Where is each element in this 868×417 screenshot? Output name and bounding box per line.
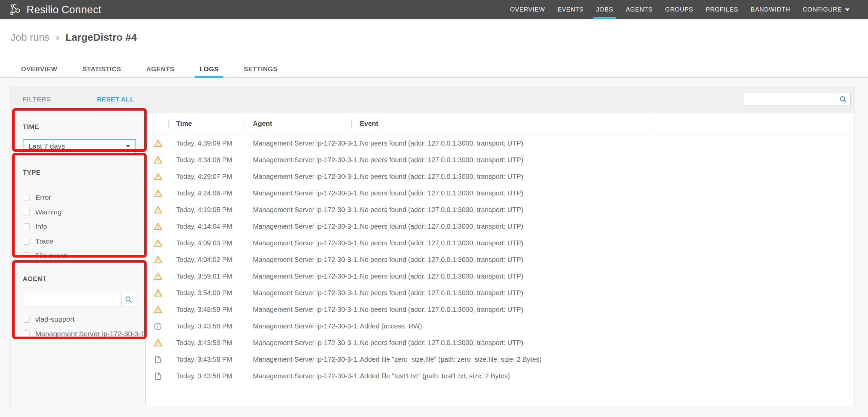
brand-logo[interactable]: ResilioConnect [9,3,101,16]
agent-filter-list: vlad-support Management Server ip-172-30… [23,312,136,341]
logs-panel: FILTERS RESET ALL TIME [11,86,854,406]
info-circle-icon [153,322,162,331]
page-header: Job runs › LargeDistro #4 OVERVIEW STATI… [0,19,868,78]
type-section-label: TYPE [23,169,136,176]
log-event: Added file "zero_size.file" (path: zero_… [360,356,854,363]
nav-item-overview[interactable]: OVERVIEW [510,0,545,19]
table-row: Today, 3:48:59 PMManagement Server ip-17… [146,301,854,318]
agent-search-button[interactable] [121,293,136,306]
warning-triangle-icon [153,205,163,214]
table-body: Today, 4:39:09 PMManagement Server ip-17… [146,135,854,384]
log-time: Today, 4:39:09 PM [176,139,253,147]
column-header-agent: Agent [253,120,360,128]
checkbox[interactable] [23,223,30,230]
table-row: Today, 4:24:06 PMManagement Server ip-17… [146,185,854,202]
nav-item-groups[interactable]: GROUPS [665,0,693,19]
tab-agents[interactable]: AGENTS [146,61,174,77]
log-time: Today, 3:43:58 PM [176,372,253,380]
table-row: Today, 4:09:03 PMManagement Server ip-17… [146,235,854,251]
checkbox[interactable] [23,252,30,259]
tab-logs[interactable]: LOGS [200,61,219,77]
agent-search-input[interactable] [23,293,121,306]
warning-triangle-icon [153,189,163,198]
chevron-down-icon [126,145,130,148]
table-row: Today, 3:43:58 PMManagement Server ip-17… [146,368,854,384]
type-option-trace[interactable]: Trace [23,234,136,248]
checkbox[interactable] [23,209,30,215]
table-header: Time Agent Event [146,113,854,135]
time-section-label: TIME [23,123,136,131]
log-event: Added (access: RW) [360,322,854,330]
warning-triangle-icon [153,239,163,248]
warning-triangle-icon [153,222,163,231]
tab-settings[interactable]: SETTINGS [244,61,278,77]
log-event: No peers found (addr: 127.0.0.1:3000, tr… [360,272,854,280]
breadcrumb: Job runs › LargeDistro #4 [11,32,137,43]
table-row: Today, 3:54:00 PMManagement Server ip-17… [146,285,854,301]
log-agent: Management Server ip-172-30-3-1... [253,339,360,347]
log-agent: Management Server ip-172-30-3-1... [253,189,360,197]
divider [23,181,136,181]
nav-item-profiles[interactable]: PROFILES [706,0,738,19]
column-divider [351,119,352,128]
log-event: No peers found (addr: 127.0.0.1:3000, tr… [360,306,854,314]
log-time: Today, 4:34:08 PM [176,156,253,164]
main-nav: OVERVIEW EVENTS JOBS AGENTS GROUPS PROFI… [510,0,868,19]
warning-triangle-icon [153,338,163,347]
filter-toolbar: FILTERS RESET ALL [11,86,854,113]
nav-item-agents[interactable]: AGENTS [626,0,653,19]
agent-option-management-server[interactable]: Management Server ip-172-30-3-106 [23,326,136,341]
main-background: FILTERS RESET ALL TIME [0,78,868,417]
warning-triangle-icon [153,305,163,314]
checkbox[interactable] [23,194,30,201]
agent-search [23,293,136,306]
resilio-network-icon [9,3,22,16]
type-option-info[interactable]: Info [23,219,136,234]
divider [23,135,136,135]
log-time: Today, 4:19:05 PM [176,206,253,214]
log-search-input[interactable] [743,93,836,106]
breadcrumb-parent[interactable]: Job runs [11,32,50,43]
log-time: Today, 3:43:58 PM [176,322,253,330]
search-button[interactable] [836,93,851,106]
log-time: Today, 3:43:58 PM [176,356,253,363]
column-divider [651,119,651,128]
agent-option-vlad-support[interactable]: vlad-support [23,312,136,326]
log-time: Today, 4:09:03 PM [176,239,253,247]
log-event: Added file "test1.txt" (path: test1.txt,… [360,372,854,380]
table-row: Today, 4:19:05 PMManagement Server ip-17… [146,202,854,218]
column-header-time: Time [176,120,253,128]
top-navbar: ResilioConnect OVERVIEW EVENTS JOBS AGEN… [0,0,868,19]
log-agent: Management Server ip-172-30-3-1... [253,206,360,214]
nav-item-bandwidth[interactable]: BANDWIDTH [751,0,790,19]
reset-all-button[interactable]: RESET ALL [97,96,134,103]
nav-item-jobs[interactable]: JOBS [596,0,613,19]
time-range-select[interactable]: Last 7 days [23,139,136,153]
column-divider [168,119,169,128]
log-table: Time Agent Event Today, 4:39:09 PMManage… [146,113,854,406]
log-event: No peers found (addr: 127.0.0.1:3000, tr… [360,173,854,181]
page-title: LargeDistro #4 [66,32,137,43]
tab-statistics[interactable]: STATISTICS [82,61,121,77]
log-agent: Management Server ip-172-30-3-1... [253,156,360,164]
checkbox[interactable] [23,316,30,323]
type-option-error[interactable]: Error [23,190,136,205]
table-row: Today, 4:29:07 PMManagement Server ip-17… [146,168,854,185]
warning-triangle-icon [153,288,163,298]
log-time: Today, 4:29:07 PM [176,173,253,181]
log-agent: Management Server ip-172-30-3-1... [253,272,360,280]
nav-item-events[interactable]: EVENTS [557,0,584,19]
log-time: Today, 3:43:58 PM [176,339,253,347]
table-row: Today, 3:43:58 PMManagement Server ip-17… [146,318,854,335]
warning-triangle-icon [153,155,163,165]
checkbox[interactable] [23,330,30,337]
table-row: Today, 3:59:01 PMManagement Server ip-17… [146,268,854,285]
nav-item-configure[interactable]: CONFIGURE [803,0,850,19]
log-event: No peers found (addr: 127.0.0.1:3000, tr… [360,189,854,197]
filters-title: FILTERS [22,96,51,103]
type-option-warning[interactable]: Warning [23,205,136,219]
column-divider [244,119,244,128]
type-option-file-event[interactable]: File event [23,248,136,263]
tab-overview[interactable]: OVERVIEW [21,61,57,77]
checkbox[interactable] [23,238,30,245]
